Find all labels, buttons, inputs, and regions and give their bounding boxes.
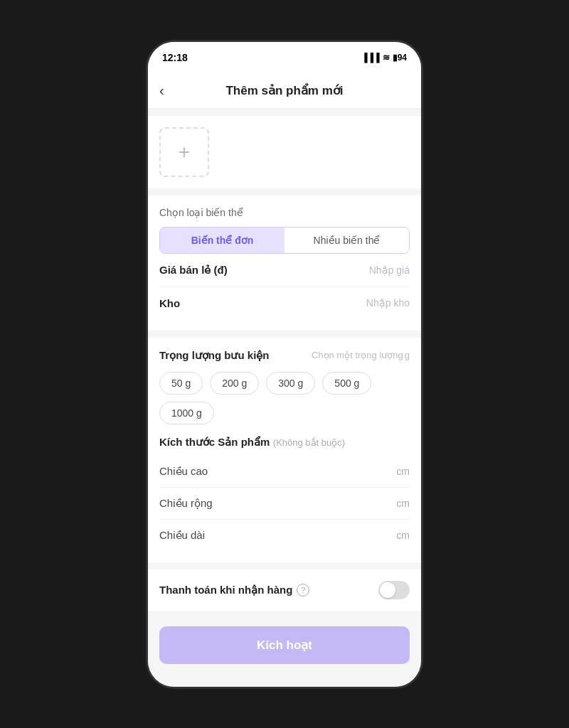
status-time: 12:18 (162, 52, 188, 63)
payment-card: Thanh toán khi nhận hàng ? (148, 569, 421, 611)
weight-label: Trọng lượng bưu kiện (159, 349, 270, 362)
phone-frame: 12:18 ▐▐▐ ≋ ▮94 ‹ Thêm sản phẩm mới + Ch… (146, 40, 423, 689)
stock-placeholder[interactable]: Nhập kho (366, 297, 410, 309)
wifi-icon: ≋ (383, 53, 390, 63)
image-upload-button[interactable]: + (159, 127, 209, 177)
page-header: ‹ Thêm sản phẩm mới (148, 73, 421, 109)
dimensions-title: Kích thước Sản phẩm (Không bắt buộc) (159, 436, 410, 449)
weight-chip-200[interactable]: 200 g (210, 372, 259, 395)
weight-dimensions-card: Trọng lượng bưu kiện Chọn một trọng lượn… (148, 338, 421, 562)
length-field-row: Chiều dài cm (159, 520, 410, 551)
status-bar: 12:18 ▐▐▐ ≋ ▮94 (148, 42, 421, 73)
payment-label: Thanh toán khi nhận hàng (159, 584, 292, 596)
height-field-row: Chiều cao cm (159, 456, 410, 488)
weight-chip-500[interactable]: 500 g (322, 372, 371, 395)
page-title: Thêm sản phẩm mới (225, 83, 343, 98)
payment-toggle[interactable] (378, 581, 410, 599)
help-icon[interactable]: ? (297, 584, 309, 596)
weight-placeholder: Chọn một trọng lượng (312, 350, 403, 360)
weight-header: Trọng lượng bưu kiện Chọn một trọng lượn… (159, 349, 410, 362)
variant-single-button[interactable]: Biến thể đơn (160, 228, 284, 253)
variant-toggle-group: Biến thể đơn Nhiều biến thể (159, 227, 410, 254)
toggle-knob (380, 582, 395, 598)
price-field-row: Giá bán lẻ (đ) Nhập giá (159, 254, 410, 287)
variant-price-card: Chọn loại biến thể Biến thể đơn Nhiều bi… (148, 196, 421, 331)
width-label: Chiều rộng (159, 497, 213, 510)
payment-label-group: Thanh toán khi nhận hàng ? (159, 584, 309, 596)
activate-button[interactable]: Kích hoạt (159, 626, 410, 664)
dimensions-label: Kích thước Sản phẩm (159, 436, 270, 448)
stock-field-row: Kho Nhập kho (159, 287, 410, 319)
variant-multiple-button[interactable]: Nhiều biến thể (284, 228, 409, 253)
length-label: Chiều dài (159, 529, 205, 542)
weight-chip-1000[interactable]: 1000 g (159, 402, 214, 424)
price-label: Giá bán lẻ (đ) (159, 264, 228, 277)
weight-options-group: 50 g 200 g 300 g 500 g 1000 g (159, 372, 410, 424)
height-unit: cm (396, 466, 410, 477)
height-label: Chiều cao (159, 465, 208, 478)
status-icons: ▐▐▐ ≋ ▮94 (361, 53, 407, 63)
weight-chip-300[interactable]: 300 g (266, 372, 315, 395)
stock-label: Kho (159, 297, 180, 309)
dimensions-sublabel: (Không bắt buộc) (273, 437, 345, 448)
plus-icon: + (179, 141, 190, 164)
width-unit: cm (396, 498, 410, 509)
image-upload-card: + (148, 116, 421, 188)
width-field-row: Chiều rộng cm (159, 488, 410, 520)
back-button[interactable]: ‹ (159, 82, 164, 99)
signal-icon: ▐▐▐ (361, 53, 380, 63)
variant-section-label: Chọn loại biến thể (159, 207, 410, 218)
length-unit: cm (396, 530, 410, 541)
main-content: + Chọn loại biến thể Biến thể đơn Nhiều … (148, 109, 421, 687)
battery-icon: ▮94 (393, 53, 407, 63)
price-placeholder[interactable]: Nhập giá (369, 264, 410, 276)
weight-chip-50[interactable]: 50 g (159, 372, 203, 395)
weight-unit: g (405, 350, 410, 360)
bottom-spacer (148, 673, 421, 687)
